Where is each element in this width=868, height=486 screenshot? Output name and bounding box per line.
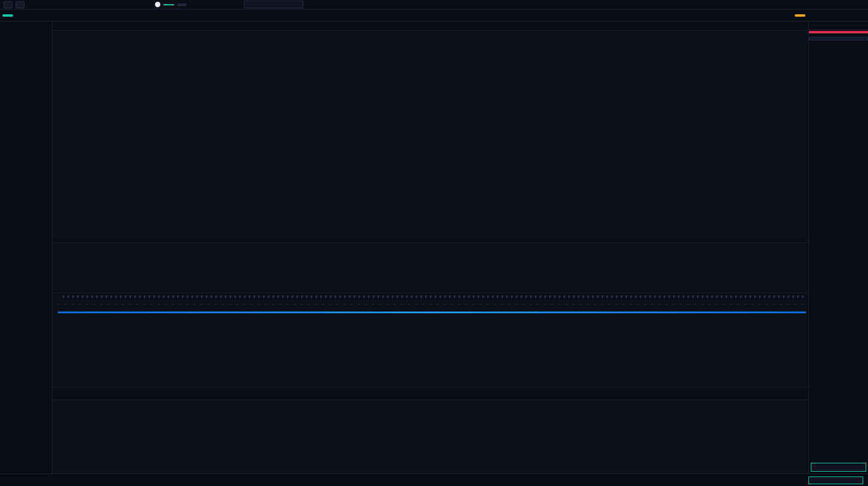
status-bar bbox=[0, 473, 868, 486]
market-watch-header bbox=[809, 21, 868, 26]
alert-price-input[interactable] bbox=[808, 476, 863, 484]
obv-indicator-strip[interactable] bbox=[52, 301, 808, 309]
trend-index-pane[interactable] bbox=[52, 400, 808, 473]
cmf-line bbox=[58, 311, 806, 313]
news-title bbox=[809, 45, 868, 48]
quick-order-input[interactable] bbox=[811, 463, 866, 472]
left-sidebar bbox=[0, 21, 52, 473]
trend-index-chart[interactable] bbox=[52, 400, 808, 473]
symbol-badge[interactable] bbox=[2, 14, 13, 17]
chart-header bbox=[52, 21, 808, 31]
chart-toolbar bbox=[0, 10, 868, 21]
volume-pane[interactable] bbox=[52, 243, 808, 293]
go-live-button[interactable] bbox=[795, 14, 805, 17]
volume-chart[interactable] bbox=[52, 243, 808, 292]
volume-indicator-strip[interactable] bbox=[52, 293, 808, 301]
ribbon-oscillator-pane[interactable] bbox=[52, 316, 808, 388]
strip-sparkline bbox=[63, 295, 806, 298]
price-chart-pane[interactable] bbox=[52, 31, 808, 243]
strip-sparkline bbox=[58, 304, 806, 306]
record-indicator-icon[interactable] bbox=[155, 2, 160, 7]
ribbon-oscillator-chart[interactable] bbox=[52, 316, 808, 387]
cmf-indicator-strip[interactable] bbox=[52, 309, 808, 316]
last-price-row bbox=[809, 26, 868, 30]
volatility-banner bbox=[809, 31, 868, 33]
top-menu-bar bbox=[0, 0, 868, 10]
menu-icon[interactable] bbox=[4, 1, 13, 8]
right-sidebar bbox=[808, 21, 868, 473]
replay-button[interactable] bbox=[177, 4, 187, 6]
candlestick-chart[interactable] bbox=[52, 31, 808, 242]
chart-column bbox=[52, 21, 808, 473]
time-axis[interactable] bbox=[52, 388, 808, 400]
main-area bbox=[0, 21, 868, 473]
indicators-button[interactable] bbox=[163, 4, 174, 5]
trading-terminal bbox=[0, 0, 868, 486]
search-input[interactable] bbox=[244, 1, 303, 8]
grid-layout-icon[interactable] bbox=[16, 1, 24, 8]
app-version bbox=[0, 469, 52, 473]
